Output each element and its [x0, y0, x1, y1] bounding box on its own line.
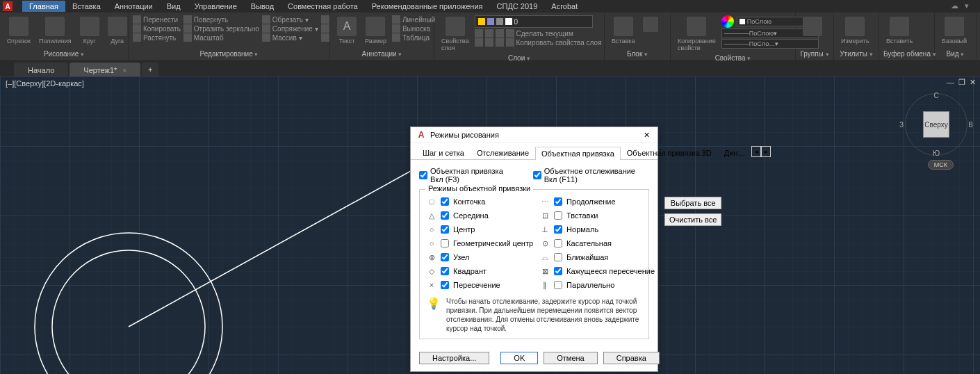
copy-layer-props-button[interactable]: Копировать свойства слоя	[475, 38, 602, 47]
viewcube-e[interactable]: В	[968, 121, 973, 129]
cancel-button[interactable]: Отмена	[544, 352, 597, 364]
osnap-checkbox[interactable]	[554, 211, 562, 220]
tab-snap-grid[interactable]: Шаг и сетка	[416, 146, 471, 159]
osnap-checkbox[interactable]	[554, 197, 562, 206]
close-icon[interactable]: ✕	[641, 131, 652, 140]
layer-props-button[interactable]: Свойства слоя	[439, 15, 472, 53]
osnap-checkbox[interactable]	[441, 225, 449, 234]
menu-item[interactable]: Вид	[160, 1, 188, 12]
menu-item[interactable]: СПДС 2019	[490, 1, 545, 12]
osnap-mode-row[interactable]: □Конточка	[427, 197, 533, 206]
close-icon[interactable]: ✕	[970, 78, 976, 87]
select-all-button[interactable]: Выбрать все	[664, 197, 721, 209]
linear-button[interactable]: Линейный	[392, 15, 435, 24]
osnap-checkbox[interactable]	[554, 281, 562, 289]
make-current-button[interactable]: Сделать текущим	[475, 29, 602, 38]
tab-start[interactable]: Начало	[14, 63, 68, 76]
osnap-mode-row[interactable]: ⊠Кажущееся пересечение	[540, 266, 655, 276]
osnap-checkbox[interactable]	[441, 197, 449, 206]
tab-next-icon[interactable]: ▸	[761, 146, 771, 157]
menu-item[interactable]: Рекомендованные приложения	[365, 1, 490, 12]
insert-button[interactable]: Вставка	[609, 15, 637, 46]
rotate-button[interactable]: Повернуть	[183, 15, 259, 24]
osnap-mode-row[interactable]: ⌓Ближайшая	[540, 252, 655, 262]
viewcube-s[interactable]: Ю	[933, 149, 940, 157]
otrack-on-checkbox[interactable]: Объектное отслеживание Вкл (F11)	[533, 167, 649, 184]
tab-drawing[interactable]: Чертеж1*×	[70, 63, 140, 76]
polyline-button[interactable]: Полилиния	[36, 15, 74, 46]
arc-button[interactable]: Дуга	[105, 15, 130, 46]
scale-button[interactable]: Масштаб	[183, 33, 259, 42]
osnap-on-checkbox[interactable]: Объектная привязка Вкл (F3)	[419, 167, 516, 184]
cloud-icon[interactable]: ☁	[951, 1, 961, 11]
text-button[interactable]: AТекст	[334, 15, 359, 46]
viewcube-face[interactable]: Сверху	[923, 111, 949, 138]
osnap-mode-row[interactable]: ⊥Нормаль	[540, 225, 655, 234]
options-button[interactable]: Настройка...	[419, 352, 489, 364]
paste-button[interactable]: Вставить	[883, 15, 915, 46]
minimize-icon[interactable]: —	[947, 78, 954, 87]
tool-icon[interactable]	[321, 15, 329, 24]
osnap-checkbox[interactable]	[554, 267, 562, 275]
dialog-titlebar[interactable]: A Режимы рисования ✕	[411, 127, 658, 143]
osnap-checkbox[interactable]	[441, 281, 449, 289]
osnap-checkbox[interactable]	[554, 239, 562, 247]
osnap-checkbox[interactable]	[554, 253, 562, 261]
osnap-checkbox[interactable]	[554, 225, 562, 234]
osnap-mode-row[interactable]: △Середина	[427, 211, 533, 220]
osnap-mode-row[interactable]: ⊡Твставки	[540, 211, 655, 220]
osnap-mode-row[interactable]: ○Центр	[427, 225, 533, 234]
circle-button[interactable]: Круг	[77, 15, 102, 46]
tab-osnap3d[interactable]: Объектная привязка 3D	[621, 146, 718, 159]
ucs-badge[interactable]: МСК	[928, 160, 954, 170]
copy-button[interactable]: Копировать	[133, 24, 181, 33]
trim-button[interactable]: Обрезать ▾	[262, 15, 318, 24]
ok-button[interactable]: OK	[500, 352, 538, 364]
osnap-checkbox[interactable]	[441, 253, 449, 261]
osnap-mode-row[interactable]: ◇Квадрант	[427, 266, 533, 276]
color-wheel-icon[interactable]	[721, 15, 734, 28]
dimension-button[interactable]: Размер	[362, 15, 389, 46]
osnap-checkbox[interactable]	[441, 239, 449, 247]
osnap-checkbox[interactable]	[441, 267, 449, 275]
measure-button[interactable]: Измерить	[838, 15, 872, 46]
help-button[interactable]: Справка	[603, 352, 660, 364]
osnap-mode-row[interactable]: ×Пересечение	[427, 280, 533, 290]
match-props-button[interactable]: Копирование свойств	[675, 15, 719, 53]
clear-all-button[interactable]: Очистить все	[664, 213, 721, 226]
array-button[interactable]: Массив ▾	[262, 33, 318, 42]
osnap-mode-row[interactable]: ∥Параллельно	[540, 280, 655, 290]
tab-tracking[interactable]: Отслеживание	[471, 146, 535, 159]
viewcube-n[interactable]: С	[933, 92, 938, 99]
menu-item[interactable]: Вставка	[65, 1, 108, 12]
menu-item[interactable]: Совместная работа	[281, 1, 365, 12]
osnap-mode-row[interactable]: ⊗Узел	[427, 252, 533, 262]
menu-item[interactable]: Вывод	[244, 1, 281, 12]
menu-item[interactable]: Главная	[22, 1, 65, 12]
baseview-button[interactable]: Базовый	[939, 15, 970, 46]
viewport-label[interactable]: [–][Сверху][2D-каркас]	[6, 79, 84, 88]
edit-props-button[interactable]	[640, 15, 661, 35]
menu-item[interactable]: Acrobat	[544, 1, 585, 12]
leader-button[interactable]: Выноска	[392, 24, 435, 33]
osnap-mode-row[interactable]: ⊙Касательная	[540, 238, 655, 248]
restore-icon[interactable]: ❐	[958, 78, 965, 87]
osnap-mode-row[interactable]: ⋯Продолжение	[540, 197, 655, 206]
table-button[interactable]: Таблица	[392, 33, 435, 42]
tab-osnap[interactable]: Объектная привязка	[535, 147, 621, 160]
group-button[interactable]	[800, 15, 825, 39]
tool-icon[interactable]	[321, 33, 329, 42]
viewcube[interactable]: Сверху С Ю З В	[905, 93, 967, 156]
chevron-down-icon[interactable]: ▾	[965, 1, 974, 11]
close-icon[interactable]: ×	[122, 67, 126, 74]
osnap-checkbox[interactable]	[441, 211, 449, 220]
mirror-button[interactable]: Отразить зеркально	[183, 24, 259, 33]
tab-new[interactable]: +	[142, 63, 158, 76]
layer-combo[interactable]: 0	[475, 15, 593, 28]
menu-item[interactable]: Управление	[188, 1, 244, 12]
line-button[interactable]: Отрезок	[4, 15, 33, 46]
move-button[interactable]: Перенести	[133, 15, 181, 24]
osnap-mode-row[interactable]: ○Геометрический центр	[427, 238, 533, 248]
tab-prev-icon[interactable]: ◂	[751, 146, 761, 157]
viewcube-w[interactable]: З	[899, 121, 904, 129]
